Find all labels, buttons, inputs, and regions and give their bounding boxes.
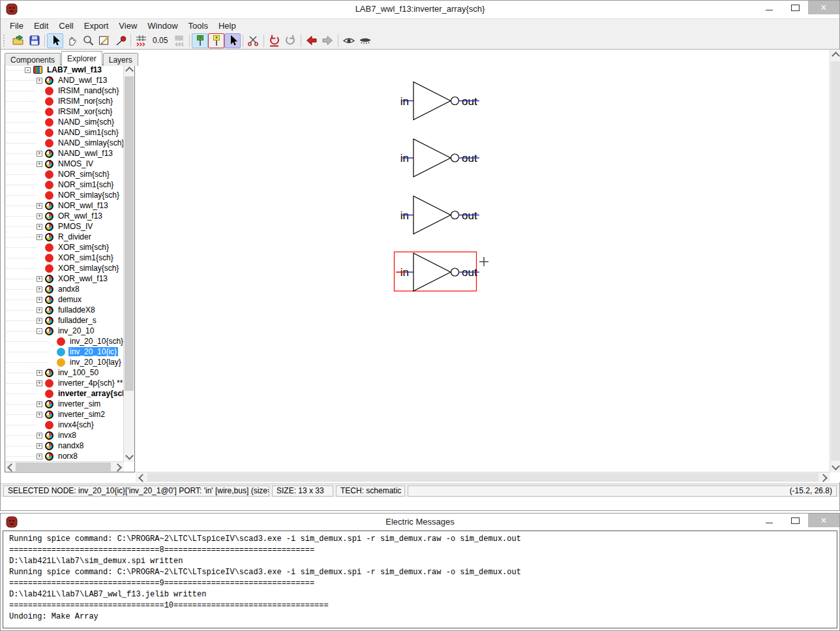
tree-item-label[interactable]: OR_wwl_f13: [57, 211, 104, 221]
undo-change-button[interactable]: [266, 33, 282, 48]
tree-item-label[interactable]: inverter_sim2: [57, 410, 106, 419]
tree-item[interactable]: +inverter_sim: [7, 399, 123, 409]
measure-tool-button[interactable]: [112, 33, 128, 48]
expand-icon[interactable]: +: [37, 433, 42, 439]
close-button[interactable]: ×: [808, 1, 839, 14]
grid-spacing-value[interactable]: 0.05: [153, 36, 168, 45]
expand-icon[interactable]: +: [37, 234, 42, 240]
schematic-drawing[interactable]: inoutinoutinoutinout: [136, 50, 830, 472]
collapse-icon[interactable]: -: [37, 328, 42, 334]
menu-cell[interactable]: Cell: [53, 21, 78, 31]
messages-titlebar[interactable]: Electric Messages ×: [1, 514, 839, 531]
scrollbar-thumb[interactable]: [147, 473, 818, 482]
expand-icon[interactable]: +: [37, 213, 42, 219]
forward-button[interactable]: [320, 33, 336, 48]
tree-item-label[interactable]: inv_20_10: [57, 326, 95, 335]
tree-item[interactable]: +fulladder_s: [7, 315, 123, 326]
tree-item[interactable]: +norx8: [7, 451, 123, 461]
tree-item[interactable]: +andx8: [7, 284, 123, 294]
close-button[interactable]: ×: [808, 514, 839, 527]
tree-item-label[interactable]: norx8: [57, 452, 79, 461]
select-tool-button[interactable]: [47, 33, 63, 48]
messages-console[interactable]: Running spice command: C:\PROGRA~2\LTC\L…: [3, 531, 837, 628]
tree-item[interactable]: +NOR_wwl_f13: [7, 200, 123, 211]
tree-item[interactable]: NAND_sim{sch}: [7, 117, 123, 127]
tree-item-label[interactable]: demux: [57, 295, 83, 304]
scroll-up-icon[interactable]: [832, 52, 840, 60]
tree-item[interactable]: NAND_simlay{sch}: [7, 138, 123, 148]
menu-edit[interactable]: Edit: [29, 21, 53, 31]
expand-icon[interactable]: +: [37, 78, 42, 84]
maximize-button[interactable]: [782, 1, 808, 14]
toolbar-grip[interactable]: [3, 35, 7, 46]
tree-item[interactable]: NOR_simlay{sch}: [7, 190, 123, 200]
menu-view[interactable]: View: [113, 21, 142, 31]
tree-item[interactable]: inv_20_10{sch}: [7, 336, 123, 346]
pan-tool-button[interactable]: [63, 33, 80, 48]
tree-item-label[interactable]: R_divider: [57, 232, 93, 241]
collapse-icon[interactable]: -: [25, 67, 31, 73]
tree-item[interactable]: -LAB7_wwl_f13: [7, 65, 123, 75]
scroll-right-icon[interactable]: [819, 474, 828, 482]
tree-item[interactable]: IRSIM_xor{sch}: [7, 106, 123, 117]
tree-item-label[interactable]: NOR_wwl_f13: [57, 201, 110, 210]
tree-item-label[interactable]: NAND_wwl_f13: [57, 149, 114, 158]
expand-icon[interactable]: +: [37, 286, 42, 292]
tree-item-label[interactable]: XOR_sim1{sch}: [57, 253, 115, 262]
tree-item-label[interactable]: inv_20_10{sch}: [68, 337, 123, 346]
inverter-symbol[interactable]: inout: [400, 139, 479, 177]
tree-vertical-scrollbar[interactable]: [123, 65, 134, 462]
inverter-triangle[interactable]: [413, 139, 451, 177]
tree-item[interactable]: invx4{sch}: [7, 420, 123, 430]
tab-layers[interactable]: Layers: [103, 53, 138, 66]
canvas-horizontal-scrollbar[interactable]: [136, 472, 830, 482]
tree-item[interactable]: +XOR_wwl_f13: [7, 273, 123, 284]
edit-cell-button[interactable]: [96, 33, 112, 48]
tree-item[interactable]: +R_divider: [7, 232, 123, 242]
tree-item-label[interactable]: XOR_wwl_f13: [57, 274, 109, 283]
scrollbar-thumb[interactable]: [125, 76, 134, 391]
tree-horizontal-scrollbar[interactable]: [5, 461, 124, 472]
scrollbar-thumb[interactable]: [831, 61, 840, 461]
main-titlebar[interactable]: LAB7_wwl_f13:inverter_array{sch} ×: [1, 1, 839, 18]
save-library-button[interactable]: [26, 33, 42, 48]
expand-icon[interactable]: +: [37, 307, 42, 313]
inverter-triangle[interactable]: [413, 196, 451, 234]
tree-item-label[interactable]: XOR_sim{sch}: [57, 243, 110, 252]
scroll-up-icon[interactable]: [125, 67, 134, 75]
expand-icon[interactable]: +: [37, 276, 42, 282]
redo-change-button[interactable]: [282, 33, 299, 48]
tree-item-label[interactable]: AND_wwl_f13: [57, 76, 108, 85]
tree-item-label[interactable]: XOR_simlay{sch}: [57, 264, 120, 273]
minimize-button[interactable]: [756, 514, 782, 527]
inverter-symbol[interactable]: inout: [400, 82, 479, 120]
schematic-canvas[interactable]: inoutinoutinoutinout: [136, 50, 840, 482]
tree-item-label[interactable]: NAND_sim1{sch}: [57, 128, 120, 137]
canvas-vertical-scrollbar[interactable]: [830, 50, 840, 472]
minimize-button[interactable]: [756, 1, 782, 14]
tree-item-label[interactable]: inverter_array{sch}: [57, 389, 123, 398]
expand-icon[interactable]: +: [37, 412, 42, 418]
inverter-bubble[interactable]: [451, 97, 459, 105]
tree-item-label[interactable]: inverter_sim: [57, 399, 102, 408]
menu-window[interactable]: Window: [142, 21, 183, 31]
tree-item-label[interactable]: andx8: [57, 285, 81, 294]
tree-item-label[interactable]: IRSIM_xor{sch}: [57, 107, 113, 116]
tree-item-label[interactable]: inv_100_50: [57, 368, 100, 377]
expand-icon[interactable]: +: [37, 224, 42, 230]
tree-item[interactable]: -inv_20_10: [7, 326, 123, 336]
expand-icon[interactable]: +: [37, 443, 42, 449]
tree-item[interactable]: +invx8: [7, 430, 123, 440]
tree-item[interactable]: +PMOS_IV: [7, 221, 123, 232]
tree-item-label[interactable]: LAB7_wwl_f13: [46, 65, 103, 74]
scrollbar-thumb[interactable]: [16, 463, 111, 471]
tree-item[interactable]: +inv_100_50: [7, 367, 123, 378]
tree-item[interactable]: IRSIM_nand{sch}: [7, 85, 123, 96]
tree-item-label[interactable]: NAND_sim{sch}: [57, 117, 115, 127]
expand-icon[interactable]: +: [37, 161, 42, 167]
maximize-button[interactable]: [782, 514, 808, 527]
tree-item[interactable]: inverter_array{sch}: [7, 388, 123, 399]
tree-item-label[interactable]: NMOS_IV: [57, 159, 95, 168]
fine-grid-button[interactable]: [171, 33, 187, 48]
tree-item-label[interactable]: NOR_sim1{sch}: [57, 180, 115, 189]
